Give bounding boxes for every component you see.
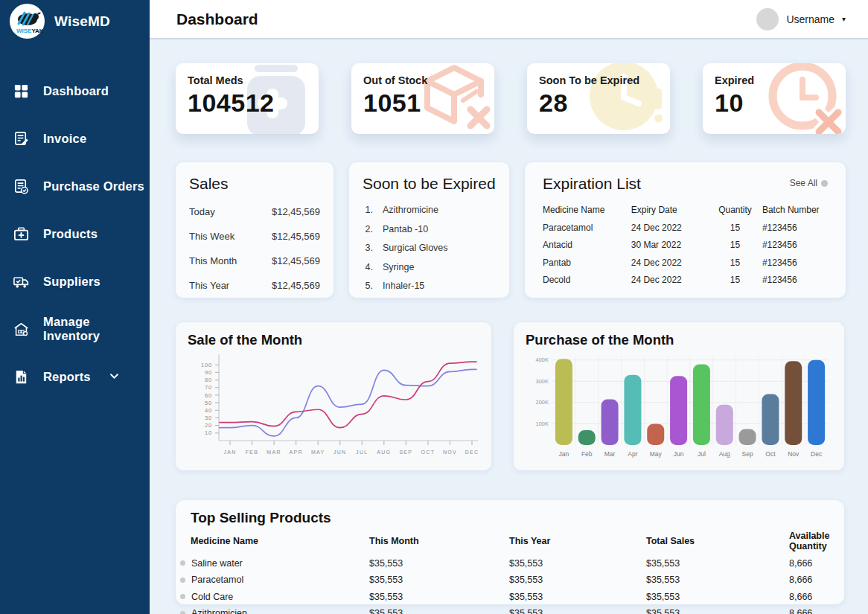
table-cell: 8,666 <box>789 558 829 569</box>
user-menu[interactable]: Username ▾ <box>756 8 846 31</box>
brand: WISEYAK WiseMD <box>0 0 150 40</box>
table-cell: $35,553 <box>509 608 646 614</box>
table-cell: Antacid <box>543 240 631 250</box>
stat-label: Expired <box>715 74 846 86</box>
table-header-row: Medicine NameExpiry DateQuantityBatch Nu… <box>543 205 828 215</box>
table-cell: $35,553 <box>509 558 646 569</box>
dashboard-content: Total Meds 104512 Out of Stock 1051 <box>150 39 868 614</box>
sidebar-item-suppliers[interactable]: Suppliers <box>0 258 150 305</box>
table-cell: Azithromicien <box>191 608 369 614</box>
column-header: Available Quantity <box>789 531 829 551</box>
table-cell: 15 <box>708 223 762 233</box>
svg-text:WISEYAK: WISEYAK <box>16 28 44 34</box>
chevron-down-icon[interactable] <box>110 374 118 380</box>
svg-text:70: 70 <box>205 384 212 391</box>
table-cell: 15 <box>708 275 762 285</box>
svg-text:APR: APR <box>289 450 302 455</box>
table-row: Paracetamol24 Dec 202215#123456 <box>543 223 828 233</box>
purchase-of-month-bar-chart: 100K200K300K400KJanFebMarAprMayJunJulAug… <box>526 351 832 464</box>
username-label: Username <box>786 13 835 25</box>
sidebar-item-invoice[interactable]: Invoice <box>0 115 150 162</box>
sidebar-item-dashboard[interactable]: Dashboard <box>0 67 150 115</box>
svg-text:JAN: JAN <box>223 450 236 455</box>
top-selling-table: Medicine NameThis MonthThis YearTotal Sa… <box>191 531 829 614</box>
svg-text:Aug: Aug <box>719 450 730 458</box>
sales-title: Sales <box>189 175 320 193</box>
stat-label: Soon To be Expired <box>539 74 670 86</box>
top-selling-title: Top Selling Products <box>191 510 829 526</box>
svg-text:40: 40 <box>205 407 212 414</box>
sidebar-item-purchase-orders[interactable]: Purchase Orders <box>0 162 150 210</box>
table-row: Antacid30 Mar 202215#123456 <box>543 240 828 250</box>
sidebar-item-manage-inventory[interactable]: Manage Inventory <box>0 305 150 353</box>
sidebar-item-label: Manage Inventory <box>43 315 150 343</box>
table-cell: Cold Care <box>191 592 369 602</box>
stat-card-total-meds: Total Meds 104512 <box>176 63 319 134</box>
see-all-link[interactable]: See All <box>790 178 828 188</box>
svg-text:FEB: FEB <box>246 450 259 455</box>
reports-icon <box>11 367 31 386</box>
table-header-row: Medicine NameThis MonthThis YearTotal Sa… <box>191 531 829 551</box>
table-cell: 24 Dec 2022 <box>631 258 708 268</box>
see-all-circle-icon <box>821 180 828 187</box>
stat-value: 10 <box>715 89 846 118</box>
stat-card-soon-expired: Soon To be Expired 28 <box>527 63 670 134</box>
table-cell: 15 <box>708 240 762 250</box>
summary-row: Sales Today$12,45,569This Week$12,45,569… <box>176 162 846 298</box>
sales-period-label: This Month <box>189 255 237 266</box>
list-item-label: Inhaler-15 <box>383 281 424 291</box>
sales-card: Sales Today$12,45,569This Week$12,45,569… <box>176 162 334 298</box>
svg-text:20: 20 <box>205 422 212 429</box>
purchase-of-month-title: Purchase of the Month <box>526 332 832 348</box>
svg-text:80: 80 <box>205 377 212 383</box>
table-cell: 8,666 <box>789 592 829 602</box>
table-cell: Pantab <box>543 258 631 268</box>
page-title: Dashboard <box>176 10 258 28</box>
stat-value: 104512 <box>188 89 319 118</box>
svg-text:NOV: NOV <box>443 450 457 455</box>
sales-row: This Year$12,45,569 <box>189 280 320 291</box>
table-cell: $35,553 <box>509 575 646 585</box>
purchase-of-month-card: Purchase of the Month 100K200K300K400KJa… <box>514 322 844 470</box>
bullet-dot-icon <box>180 578 185 583</box>
brand-name: WiseMD <box>54 13 110 30</box>
sale-of-month-line-chart: 102030405060708090100JANFEBMARAPRMAYJUNJ… <box>188 351 479 464</box>
sidebar-item-label: Purchase Orders <box>43 179 144 194</box>
list-item-label: Azithromicine <box>383 205 438 215</box>
bullet-dot-icon <box>180 594 185 599</box>
app-root: WISEYAK WiseMD Dashboard <box>0 0 868 614</box>
dropdown-caret-icon: ▾ <box>842 15 846 23</box>
svg-text:200K: 200K <box>535 399 549 406</box>
sidebar-item-label: Suppliers <box>43 275 100 289</box>
soon-expired-title: Soon to be Expired <box>363 175 496 193</box>
column-header: This Month <box>369 536 509 546</box>
stat-value: 28 <box>539 89 670 118</box>
table-cell: #123456 <box>762 223 828 233</box>
table-cell: 8,666 <box>789 608 829 614</box>
list-item-label: Surgical Gloves <box>383 243 448 253</box>
dashboard-grid-icon <box>11 81 31 100</box>
list-item: 5.Inhaler-15 <box>363 281 496 291</box>
svg-text:May: May <box>650 450 663 458</box>
svg-text:Sep: Sep <box>742 450 753 458</box>
sales-rows: Today$12,45,569This Week$12,45,569This M… <box>189 206 320 291</box>
table-cell: 15 <box>708 258 762 268</box>
svg-text:Oct: Oct <box>765 450 776 458</box>
main-area: Dashboard Username ▾ Total Meds 104512 <box>150 0 868 614</box>
sale-of-month-card: Sale of the Month 102030405060708090100J… <box>176 322 491 470</box>
svg-text:DEC: DEC <box>465 450 479 455</box>
table-row: Decold24 Dec 202215#123456 <box>543 275 828 285</box>
sidebar-item-products[interactable]: Products <box>0 210 150 258</box>
svg-text:Feb: Feb <box>581 450 593 458</box>
column-header: Batch Number <box>762 205 828 215</box>
sidebar-item-reports[interactable]: Reports <box>0 353 150 400</box>
avatar[interactable] <box>756 8 779 31</box>
svg-text:400K: 400K <box>535 356 549 363</box>
table-cell: #123456 <box>762 275 828 285</box>
table-cell: 24 Dec 2022 <box>631 223 708 233</box>
list-item-number: 2. <box>363 224 373 234</box>
list-item: 4.Syringe <box>363 262 496 272</box>
expiration-list-header: Expiration List See All <box>543 175 828 193</box>
list-item-number: 5. <box>363 281 373 291</box>
svg-text:30: 30 <box>205 415 212 421</box>
